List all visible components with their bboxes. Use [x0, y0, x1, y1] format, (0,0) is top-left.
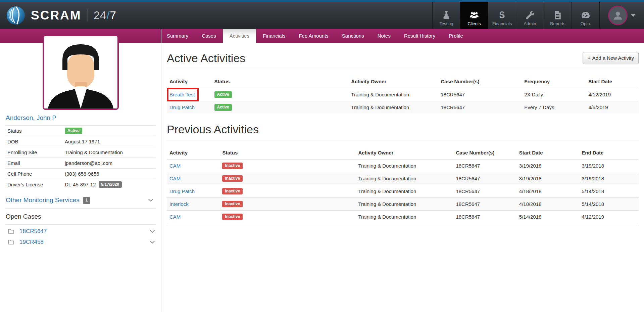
case-number-cell: 18CR5647	[453, 197, 516, 210]
other-monitoring-services[interactable]: Other Monitoring Services 1	[6, 196, 155, 209]
client-info-row: Cell Phone (303) 658-9656	[6, 168, 155, 179]
activity-owner-cell: Training & Documentation	[355, 210, 453, 223]
column-header: Start Date	[516, 148, 579, 159]
frequency-cell: 2X Daily	[522, 88, 586, 101]
activity-owner-cell: Training & Documentation	[355, 172, 453, 185]
tab-financials[interactable]: Financials	[256, 29, 292, 43]
start-date-cell: 5/14/2018	[516, 210, 579, 223]
tab-notes[interactable]: Notes	[371, 29, 397, 43]
case-number-cell: 18CR5647	[453, 185, 516, 197]
activity-link[interactable]: CAM	[169, 163, 181, 169]
status-badge: Inactive	[222, 163, 243, 169]
avatar[interactable]	[608, 6, 628, 25]
client-tabs: Summary Cases Activities Financials Fee …	[160, 29, 470, 43]
status-badge: Active	[214, 91, 232, 98]
tab-sanctions[interactable]: Sanctions	[335, 29, 371, 43]
client-photo-illustration	[44, 36, 117, 108]
activity-owner-cell: Training & Documentation	[355, 159, 453, 172]
tab-result-history[interactable]: Result History	[397, 29, 442, 43]
case-number-link[interactable]: 18CR5647	[19, 228, 47, 235]
table-header-row: ActivityStatusActivity OwnerCase Number(…	[167, 77, 639, 88]
column-header: Start Date	[586, 77, 639, 88]
brand-product: 24/7	[94, 9, 116, 22]
client-info-row: Enrolling Site Training & Documentation	[6, 147, 155, 158]
gauge-icon	[581, 10, 591, 20]
caret-down-icon[interactable]	[631, 14, 636, 17]
nav-item-testing[interactable]: Testing	[432, 2, 460, 29]
nav-item-admin[interactable]: Admin	[516, 2, 544, 29]
client-photo	[43, 35, 119, 110]
table-row: CAM Inactive Training & Documentation 18…	[167, 210, 639, 223]
status-badge: Active	[65, 128, 82, 134]
activity-link[interactable]: Interlock	[169, 201, 189, 207]
activity-link[interactable]: CAM	[169, 214, 181, 220]
top-nav-items: Testing Clients $ Financials Admin Repor…	[432, 2, 599, 29]
chevron-down-icon[interactable]	[149, 228, 155, 234]
column-header: Case Number(s)	[438, 77, 522, 88]
start-date-cell: 3/19/2018	[516, 159, 579, 172]
flask-icon	[441, 10, 451, 20]
scram-globe-icon	[6, 6, 26, 25]
open-cases-title: Open Cases	[6, 213, 155, 225]
activity-owner-cell: Training & Documentation	[355, 185, 453, 197]
dollar-icon: $	[497, 10, 507, 20]
count-badge: 1	[83, 197, 91, 204]
table-row: Drug Patch Active Training & Documentati…	[167, 101, 639, 114]
tab-activities[interactable]: Activities	[223, 29, 256, 43]
case-row-19cr458[interactable]: 19CR458	[6, 237, 155, 248]
activity-link[interactable]: CAM	[169, 176, 181, 181]
start-date-cell: 4/18/2018	[516, 197, 579, 210]
brand-name: SCRAM	[31, 8, 82, 23]
brand-logo: SCRAM 24/7	[0, 2, 116, 29]
case-row-18cr5647[interactable]: 18CR5647	[6, 226, 155, 237]
table-row: CAM Inactive Training & Documentation 18…	[167, 159, 639, 172]
end-date-cell: 5/14/2018	[579, 185, 639, 197]
client-info-row: Driver's License DL-45-897-12 8/17/2020	[6, 179, 155, 190]
nav-item-clients[interactable]: Clients	[460, 2, 488, 29]
activity-link[interactable]: Breath Test	[169, 92, 195, 97]
nav-item-financials[interactable]: $ Financials	[488, 2, 516, 29]
activity-owner-cell: Training & Documentation	[348, 101, 438, 114]
top-nav-bar: SCRAM 24/7 Testing Clients $ Financials …	[0, 0, 644, 29]
client-name-link[interactable]: Anderson, John P	[6, 114, 161, 122]
client-info-table: Status Active DOB August 17 1971 Enr	[6, 125, 155, 190]
end-date-cell: 4/12/2019	[579, 210, 639, 223]
tab-summary[interactable]: Summary	[160, 29, 195, 43]
frequency-cell: Every 7 Days	[522, 101, 586, 114]
nav-item-reports[interactable]: Reports	[544, 2, 572, 29]
nav-item-optix[interactable]: Optix	[572, 2, 599, 29]
tab-profile[interactable]: Profile	[442, 29, 470, 43]
start-date-cell: 3/19/2018	[516, 172, 579, 185]
previous-activities-table: ActivityStatusActivity OwnerCase Number(…	[167, 148, 639, 223]
column-header: Activity Owner	[348, 77, 438, 88]
client-sidebar: Anderson, John P Status Active DOB Augus…	[0, 43, 161, 312]
start-date-cell: 4/18/2018	[516, 185, 579, 197]
chevron-down-icon[interactable]	[149, 239, 155, 245]
previous-activities-title: Previous Activities	[167, 123, 639, 136]
tabbar-separator	[161, 29, 161, 43]
case-number-cell: 18CR5647	[438, 101, 522, 114]
active-activities-title: Active Activities	[167, 52, 639, 65]
open-cases-list: 18CR5647 19CR458	[6, 226, 155, 248]
wrench-icon	[525, 10, 535, 20]
folder-icon	[7, 228, 15, 235]
status-badge: Inactive	[222, 201, 243, 208]
tab-cases[interactable]: Cases	[195, 29, 223, 43]
chevron-down-icon[interactable]	[148, 197, 154, 203]
activity-link[interactable]: Drug Patch	[169, 188, 195, 194]
case-number-link[interactable]: 19CR458	[19, 239, 44, 246]
column-header: Case Number(s)	[453, 148, 516, 159]
plus-icon: +	[587, 55, 590, 61]
table-row: CAM Inactive Training & Documentation 18…	[167, 172, 639, 185]
brand-divider	[88, 9, 88, 21]
activity-link[interactable]: Drug Patch	[169, 104, 195, 110]
column-header: Status	[219, 148, 355, 159]
activities-panel: +Add a New Activity Active Activities Ac…	[161, 43, 644, 312]
add-new-activity-button[interactable]: +Add a New Activity	[583, 52, 639, 64]
report-icon	[553, 10, 563, 20]
tab-fee-amounts[interactable]: Fee Amounts	[292, 29, 335, 43]
user-avatar-icon	[612, 9, 624, 21]
column-header: Activity Owner	[355, 148, 453, 159]
column-header: Activity	[167, 77, 212, 88]
user-menu[interactable]	[599, 2, 644, 29]
